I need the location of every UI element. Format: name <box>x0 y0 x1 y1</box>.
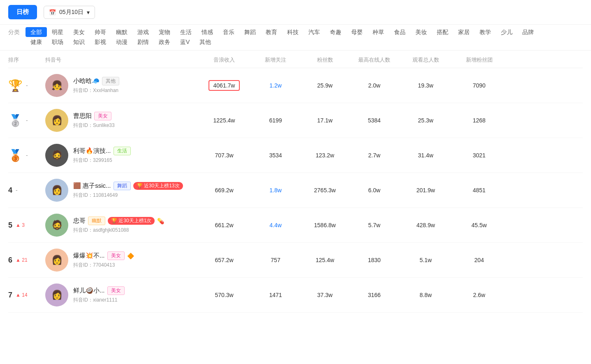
new-fan-group-cell: 3021 <box>452 152 506 159</box>
category-item-baby[interactable]: 母婴 <box>346 27 368 37</box>
category-item-beauty[interactable]: 美女 <box>68 27 90 37</box>
category-item-life[interactable]: 生活 <box>175 27 197 37</box>
rank-wrapper: 6 ▲ 21 <box>8 256 41 265</box>
category-item-edu[interactable]: 教育 <box>261 27 282 37</box>
new-follow-cell: 4.4w <box>251 222 300 228</box>
header: 日榜 📅 05月10日 ▾ <box>0 0 591 25</box>
user-douyin-id: 抖音ID：xianer1111 <box>73 297 125 304</box>
user-name: 曹思阳 <box>73 112 92 120</box>
category-item-fun[interactable]: 奇趣 <box>325 27 346 37</box>
avatar: 👩 <box>45 283 68 306</box>
category-item-drama[interactable]: 剧情 <box>132 37 154 47</box>
category-item-food[interactable]: 食品 <box>389 27 410 37</box>
category-item-politics[interactable]: 政务 <box>154 37 175 47</box>
rank-cell: 🥈 - <box>8 114 41 127</box>
hot-badge: 🏆 近30天上榜13次 <box>133 182 183 190</box>
new-fan-group-cell: 7090 <box>452 82 506 89</box>
fans-cell: 2765.3w <box>300 187 350 194</box>
category-item-teach[interactable]: 教学 <box>475 27 496 37</box>
user-tag: 幽默 <box>88 217 105 225</box>
category-item-knowledge[interactable]: 知识 <box>68 37 90 47</box>
fans-cell: 25.9w <box>300 82 350 89</box>
avatar: 👩 <box>45 109 68 132</box>
table-row[interactable]: 🥈 - 👩 曹思阳 美女 抖音ID：Sunlike33 1225.4w 6199… <box>8 103 583 138</box>
rank-cell: 7 ▲ 14 <box>8 291 41 299</box>
category-item-workplace[interactable]: 职场 <box>47 37 68 47</box>
user-info: 鲜儿🥥小... 美女 抖音ID：xianer1111 <box>73 286 125 304</box>
category-item-tech[interactable]: 科技 <box>282 27 304 37</box>
category-item-all[interactable]: 全部 <box>25 27 47 37</box>
user-name: 爆爆💥不... <box>73 252 105 260</box>
category-item-bluev[interactable]: 蓝V <box>175 37 195 47</box>
table-row[interactable]: 🏆 - 👧 小晗晗🧢 其他 抖音ID：XxxHanhan 4061.7w 1.2… <box>8 68 583 103</box>
user-tag: 美女 <box>94 112 111 120</box>
fans-cell: 37.3w <box>300 292 350 298</box>
table: 排序 抖音号 音浪收入 新增关注 粉丝数 最高在线人数 观看总人数 新增粉丝团 … <box>0 51 591 313</box>
rank-number: 6 <box>8 256 12 265</box>
new-follow-cell: 6199 <box>251 117 300 124</box>
col-total-watch: 观看总人数 <box>399 56 452 64</box>
category-item-music[interactable]: 音乐 <box>218 27 239 37</box>
extra-icon: 💊 <box>157 218 164 224</box>
user-name: 小晗晗🧢 <box>73 77 100 85</box>
table-row[interactable]: 🥉 - 🧔 利哥🔥演技... 生活 抖音ID：3299165 707.3w 35… <box>8 138 583 173</box>
extra-icon: 🔶 <box>127 253 134 259</box>
category-item-home[interactable]: 家居 <box>453 27 475 37</box>
category-item-emotion[interactable]: 情感 <box>197 27 218 37</box>
new-fan-group-cell: 4851 <box>452 187 506 194</box>
new-follow-cell: 757 <box>251 257 300 263</box>
category-item-brand[interactable]: 品牌 <box>517 27 539 37</box>
category-item-pet[interactable]: 宠物 <box>154 27 175 37</box>
category-item-dance[interactable]: 舞蹈 <box>239 27 261 37</box>
user-name-row: 爆爆💥不... 美女 🔶 <box>73 251 134 260</box>
category-item-grass[interactable]: 种草 <box>368 27 389 37</box>
category-item-makeup[interactable]: 美妆 <box>410 27 432 37</box>
revenue-cell: 570.3w <box>197 292 251 298</box>
user-cell: 🧔 利哥🔥演技... 生活 抖音ID：3299165 <box>41 144 197 167</box>
category-item-star[interactable]: 明星 <box>47 27 68 37</box>
user-info: 利哥🔥演技... 生活 抖音ID：3299165 <box>73 147 131 164</box>
table-row[interactable]: 5 ▲ 3 🧔 忠哥 幽默 🏆 近30天上榜1次 💊 抖音ID：asdfghjk… <box>8 208 583 243</box>
category-item-match[interactable]: 搭配 <box>432 27 453 37</box>
category-item-child[interactable]: 少儿 <box>496 27 517 37</box>
new-follow-cell: 1471 <box>251 292 300 298</box>
col-max-online: 最高在线人数 <box>350 56 399 64</box>
user-name-row: 曹思阳 美女 <box>73 112 115 120</box>
daily-btn[interactable]: 日榜 <box>8 5 37 19</box>
category-row2: 健康职场知识影视动漫剧情政务蓝V其他 <box>8 39 583 46</box>
rank-change: ▲ 21 <box>16 257 28 263</box>
category-item-anime[interactable]: 动漫 <box>111 37 132 47</box>
category-item-humor[interactable]: 幽默 <box>111 27 132 37</box>
max-online-cell: 3166 <box>350 292 399 298</box>
user-name-row: 利哥🔥演技... 生活 <box>73 147 131 155</box>
rank-number: 5 <box>8 221 12 230</box>
user-cell: 👩 🟫 惠子ssic... 舞蹈 🏆 近30天上榜13次 抖音ID：110814… <box>41 179 197 202</box>
col-fans: 粉丝数 <box>300 56 350 64</box>
revenue-cell: 1225.4w <box>197 117 251 124</box>
table-row[interactable]: 4 - 👩 🟫 惠子ssic... 舞蹈 🏆 近30天上榜13次 抖音ID：11… <box>8 173 583 208</box>
new-follow-cell: 1.8w <box>251 187 300 194</box>
category-item-other2[interactable]: 其他 <box>195 37 216 47</box>
category-item-handsome[interactable]: 帅哥 <box>90 27 111 37</box>
category-item-film[interactable]: 影视 <box>90 37 111 47</box>
table-row[interactable]: 7 ▲ 14 👩 鲜儿🥥小... 美女 抖音ID：xianer1111 570.… <box>8 278 583 313</box>
new-fan-group-cell: 45.5w <box>452 222 506 228</box>
avatar: 🧔 <box>45 144 68 167</box>
trophy-silver-icon: 🥈 <box>8 114 23 127</box>
category-item-game[interactable]: 游戏 <box>132 27 154 37</box>
user-cell: 👩 曹思阳 美女 抖音ID：Sunlike33 <box>41 109 197 132</box>
max-online-cell: 6.0w <box>350 187 399 194</box>
user-info: 小晗晗🧢 其他 抖音ID：XxxHanhan <box>73 77 119 94</box>
max-online-cell: 2.0w <box>350 82 399 89</box>
date-picker[interactable]: 📅 05月10日 ▾ <box>44 6 95 19</box>
category-item-health[interactable]: 健康 <box>25 37 47 47</box>
category-item-car[interactable]: 汽车 <box>304 27 325 37</box>
col-new-fan-group: 新增粉丝团 <box>452 56 506 64</box>
fans-cell: 17.1w <box>300 117 350 124</box>
table-row[interactable]: 6 ▲ 21 👩 爆爆💥不... 美女 🔶 抖音ID：77040413 657.… <box>8 243 583 278</box>
col-revenue: 音浪收入 <box>197 56 251 64</box>
category-nav: 分类 全部明星美女帅哥幽默游戏宠物生活情感音乐舞蹈教育科技汽车奇趣母婴种草食品美… <box>0 25 591 51</box>
rank-change: - <box>26 152 28 159</box>
revenue-cell: 4061.7w <box>197 80 251 91</box>
category-row1: 分类 全部明星美女帅哥幽默游戏宠物生活情感音乐舞蹈教育科技汽车奇趣母婴种草食品美… <box>8 29 583 36</box>
